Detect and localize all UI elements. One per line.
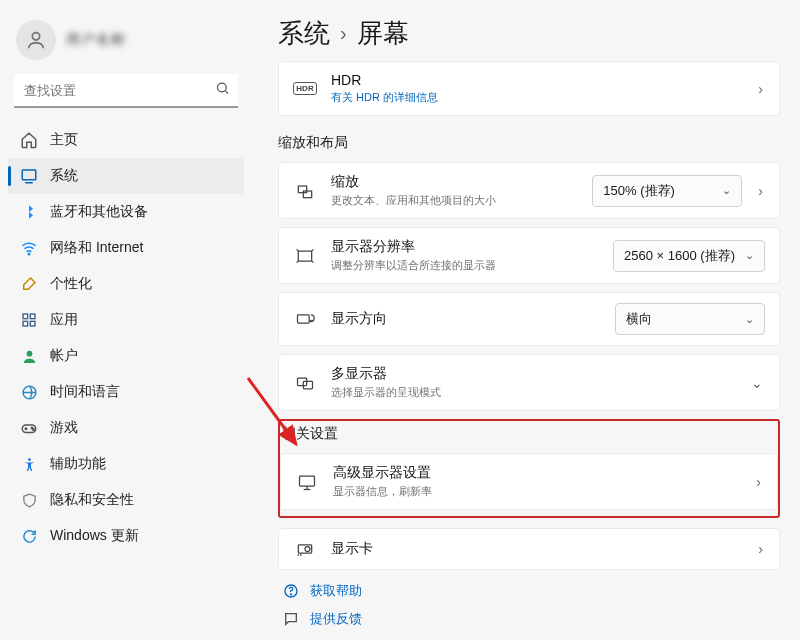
svg-rect-28 — [300, 476, 315, 486]
chevron-right-icon: › — [756, 183, 765, 199]
dropdown-value: 横向 — [626, 310, 652, 328]
svg-rect-8 — [23, 321, 28, 326]
link-label: 获取帮助 — [310, 582, 362, 600]
row-resolution[interactable]: 显示器分辨率 调整分辨率以适合所连接的显示器 2560 × 1600 (推荐) … — [278, 227, 780, 284]
svg-point-16 — [33, 429, 35, 431]
scale-dropdown[interactable]: 150% (推荐) ⌄ — [592, 175, 742, 207]
svg-rect-3 — [22, 170, 36, 180]
svg-line-23 — [297, 261, 299, 263]
nav-gaming[interactable]: 游戏 — [8, 410, 244, 446]
nav-label: 隐私和安全性 — [50, 491, 134, 509]
link-feedback[interactable]: 提供反馈 — [282, 610, 780, 628]
resolution-icon — [293, 246, 317, 266]
row-subtitle: 显示器信息，刷新率 — [333, 484, 740, 499]
svg-point-10 — [26, 350, 32, 356]
link-get-help[interactable]: 获取帮助 — [282, 582, 780, 600]
chevron-right-icon: › — [340, 22, 347, 45]
row-graphics-card[interactable]: 显示卡 › — [278, 528, 780, 570]
chevron-down-icon: ⌄ — [745, 249, 754, 262]
row-title: 显示方向 — [331, 310, 601, 328]
nav-label: 游戏 — [50, 419, 78, 437]
bluetooth-icon — [20, 203, 38, 221]
row-title: 显示器分辨率 — [331, 238, 599, 256]
nav-label: 系统 — [50, 167, 78, 185]
row-subtitle: 调整分辨率以适合所连接的显示器 — [331, 258, 599, 273]
apps-icon — [20, 311, 38, 329]
svg-rect-25 — [298, 315, 310, 323]
svg-rect-7 — [30, 314, 35, 319]
breadcrumb-leaf: 屏幕 — [357, 16, 409, 51]
user-account-row[interactable]: 用户名称 — [8, 14, 244, 74]
scale-icon — [293, 181, 317, 201]
orientation-icon — [293, 309, 317, 329]
nav-privacy[interactable]: 隐私和安全性 — [8, 482, 244, 518]
wifi-icon — [20, 239, 38, 257]
nav-personalization[interactable]: 个性化 — [8, 266, 244, 302]
chevron-down-icon: ⌄ — [722, 184, 731, 197]
svg-line-22 — [312, 249, 314, 251]
svg-rect-18 — [298, 186, 306, 193]
multi-display-icon — [293, 373, 317, 393]
home-icon — [20, 131, 38, 149]
nav-label: Windows 更新 — [50, 527, 139, 545]
globe-clock-icon — [20, 383, 38, 401]
update-icon — [20, 527, 38, 545]
breadcrumb: 系统 › 屏幕 — [278, 16, 780, 51]
nav-label: 辅助功能 — [50, 455, 106, 473]
resolution-dropdown[interactable]: 2560 × 1600 (推荐) ⌄ — [613, 240, 765, 272]
system-icon — [20, 167, 38, 185]
row-subtitle: 选择显示器的呈现模式 — [331, 385, 735, 400]
gamepad-icon — [20, 419, 38, 437]
breadcrumb-root[interactable]: 系统 — [278, 16, 330, 51]
nav-label: 个性化 — [50, 275, 92, 293]
nav-label: 应用 — [50, 311, 78, 329]
chevron-right-icon: › — [756, 81, 765, 97]
nav-bluetooth[interactable]: 蓝牙和其他设备 — [8, 194, 244, 230]
chevron-right-icon: › — [754, 474, 763, 490]
nav-time[interactable]: 时间和语言 — [8, 374, 244, 410]
svg-rect-9 — [30, 321, 35, 326]
row-title: HDR — [331, 72, 742, 88]
svg-point-36 — [290, 594, 291, 595]
svg-point-17 — [28, 458, 31, 461]
svg-line-24 — [312, 261, 314, 263]
gpu-icon — [293, 539, 317, 559]
search-input[interactable] — [14, 74, 238, 108]
row-title: 高级显示器设置 — [333, 464, 740, 482]
nav-label: 帐户 — [50, 347, 78, 365]
nav-update[interactable]: Windows 更新 — [8, 518, 244, 554]
nav-accessibility[interactable]: 辅助功能 — [8, 446, 244, 482]
nav-apps[interactable]: 应用 — [8, 302, 244, 338]
nav-network[interactable]: 网络和 Internet — [8, 230, 244, 266]
dropdown-value: 2560 × 1600 (推荐) — [624, 247, 735, 265]
row-title: 显示卡 — [331, 540, 742, 558]
row-subtitle: 更改文本、应用和其他项目的大小 — [331, 193, 578, 208]
user-name: 用户名称 — [66, 31, 126, 49]
row-subtitle-link[interactable]: 有关 HDR 的详细信息 — [331, 90, 742, 105]
highlighted-advanced-display: 相关设置 高级显示器设置 显示器信息，刷新率 › — [278, 419, 780, 518]
row-multi-display[interactable]: 多显示器 选择显示器的呈现模式 ⌄ — [278, 354, 780, 411]
nav-label: 时间和语言 — [50, 383, 120, 401]
svg-rect-6 — [23, 314, 28, 319]
svg-line-21 — [297, 249, 299, 251]
help-icon — [282, 583, 300, 599]
row-advanced-display[interactable]: 高级显示器设置 显示器信息，刷新率 › — [280, 453, 778, 510]
link-label: 提供反馈 — [310, 610, 362, 628]
orientation-dropdown[interactable]: 横向 ⌄ — [615, 303, 765, 335]
row-scale[interactable]: 缩放 更改文本、应用和其他项目的大小 150% (推荐) ⌄ › — [278, 162, 780, 219]
accessibility-icon — [20, 455, 38, 473]
nav-accounts[interactable]: 帐户 — [8, 338, 244, 374]
feedback-icon — [282, 611, 300, 627]
nav-home[interactable]: 主页 — [8, 122, 244, 158]
nav-label: 网络和 Internet — [50, 239, 143, 257]
nav-label: 蓝牙和其他设备 — [50, 203, 148, 221]
nav-system[interactable]: 系统 — [8, 158, 244, 194]
section-scale-layout: 缩放和布局 — [278, 134, 780, 152]
chevron-down-icon: ⌄ — [745, 313, 754, 326]
chevron-down-icon: ⌄ — [749, 375, 765, 391]
person-icon — [20, 347, 38, 365]
row-hdr[interactable]: HDR HDR 有关 HDR 的详细信息 › — [278, 61, 780, 116]
avatar — [16, 20, 56, 60]
svg-point-0 — [32, 33, 39, 40]
row-orientation[interactable]: 显示方向 横向 ⌄ — [278, 292, 780, 346]
